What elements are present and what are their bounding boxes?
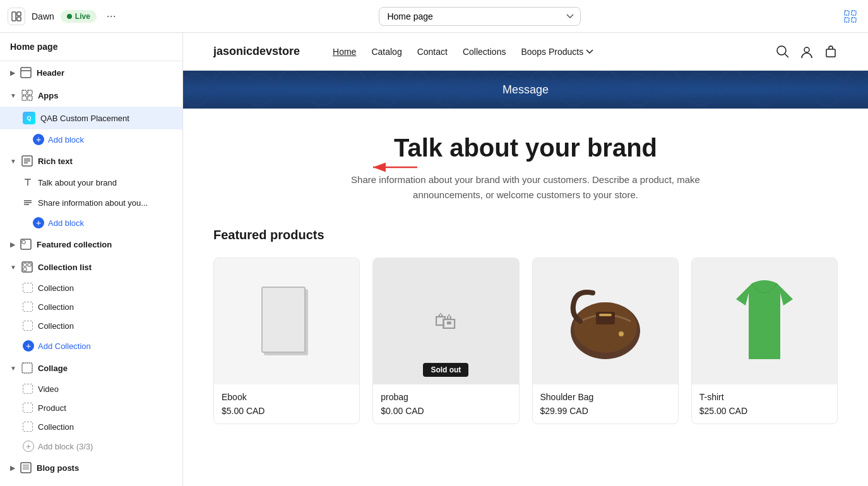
plus-icon: + xyxy=(33,217,44,228)
collection-1-label: Collection xyxy=(38,283,74,293)
live-badge: Live xyxy=(61,10,97,23)
svg-rect-3 xyxy=(845,11,849,15)
svg-rect-38 xyxy=(826,49,835,57)
product-info-shoulder-bag: Shoulder Bag $29.99 CAD xyxy=(533,384,678,424)
sidebar-item-collection-list[interactable]: ▼ Collection list xyxy=(0,256,182,278)
sidebar-item-rich-text[interactable]: ▼ Rich text xyxy=(0,150,182,172)
chevron-icon: ▼ xyxy=(10,92,16,99)
search-icon[interactable] xyxy=(776,45,790,59)
live-dot xyxy=(67,14,72,19)
nav-link-home[interactable]: Home xyxy=(333,47,356,57)
add-block-rt-label: Add block xyxy=(48,218,84,228)
store-navbar: jasonicdevstore Home Catalog Contact Col… xyxy=(183,33,868,71)
store-banner: Message xyxy=(183,71,868,109)
add-block-rt-button[interactable]: + Add block xyxy=(0,213,182,233)
sidebar-item-share-info[interactable]: Share information about you... xyxy=(0,193,182,213)
tshirt-illustration xyxy=(717,271,812,372)
chevron-icon: ▼ xyxy=(10,264,16,271)
more-options-button[interactable]: ··· xyxy=(103,7,120,25)
chevron-icon: ▶ xyxy=(10,465,15,471)
share-info-label: Share information about you... xyxy=(38,198,148,208)
product-name-probag: probag xyxy=(381,392,511,402)
sidebar-item-talk-brand[interactable]: Talk about your brand xyxy=(0,172,182,193)
dashed-square-icon xyxy=(23,321,33,331)
product-label: Product xyxy=(38,403,66,413)
sidebar-item-collage[interactable]: ▼ Collage xyxy=(0,357,182,379)
content-area: jasonicdevstore Home Catalog Contact Col… xyxy=(183,33,868,486)
svg-rect-23 xyxy=(22,240,25,244)
svg-rect-11 xyxy=(22,96,27,100)
account-icon[interactable] xyxy=(800,45,814,59)
cart-icon[interactable] xyxy=(824,45,838,59)
product-name-tshirt: T-shirt xyxy=(699,392,829,402)
plus-icon: + xyxy=(33,134,44,145)
sidebar-item-apps[interactable]: ▼ Apps xyxy=(0,84,182,107)
collection-3-label: Collection xyxy=(38,321,74,331)
chevron-icon: ▼ xyxy=(10,365,16,372)
sidebar-item-collection-collage[interactable]: Collection xyxy=(0,417,182,436)
back-button[interactable] xyxy=(8,8,25,25)
svg-rect-9 xyxy=(22,90,27,95)
sidebar-item-collection-3[interactable]: Collection xyxy=(0,316,182,335)
nav-link-catalog[interactable]: Catalog xyxy=(371,47,401,57)
svg-rect-5 xyxy=(845,18,849,22)
product-card-tshirt: T-shirt $25.00 CAD xyxy=(691,258,838,424)
dashed-square-icon xyxy=(23,283,33,293)
svg-rect-28 xyxy=(22,363,32,373)
svg-rect-1 xyxy=(17,12,21,16)
nav-link-contact[interactable]: Contact xyxy=(417,47,448,57)
add-collection-button[interactable]: + Add Collection xyxy=(0,335,182,357)
add-block-collage-button[interactable]: + Add block (3/3) xyxy=(0,436,182,456)
product-name-ebook: Ebook xyxy=(222,392,352,402)
collage-label: Collage xyxy=(38,364,68,373)
chevron-icon: ▶ xyxy=(10,241,15,248)
grid-icon-button[interactable] xyxy=(840,6,860,27)
svg-line-36 xyxy=(785,54,789,57)
ebook-illustration xyxy=(261,287,312,356)
nav-link-boops[interactable]: Boops Products xyxy=(521,47,593,57)
sidebar-label-rich-text: Rich text xyxy=(38,157,73,166)
sidebar-item-product[interactable]: Product xyxy=(0,398,182,417)
sidebar-item-collection-2[interactable]: Collection xyxy=(0,297,182,316)
page-selector[interactable]: Home page xyxy=(379,7,581,26)
svg-rect-42 xyxy=(599,314,612,316)
talk-brand-label: Talk about your brand xyxy=(38,178,117,187)
sidebar-item-header[interactable]: ▶ Header xyxy=(0,61,182,84)
collection-icon xyxy=(21,261,33,273)
dashed-square-icon xyxy=(23,422,33,432)
sidebar-item-collection-1[interactable]: Collection xyxy=(0,278,182,297)
sidebar-item-blog-posts[interactable]: ▶ Blog posts xyxy=(0,456,182,479)
chevron-icon: ▼ xyxy=(10,158,16,165)
featured-products-title: Featured products xyxy=(213,228,838,242)
products-grid: Ebook $5.00 CAD 🛍 Sold out probag $0.00 … xyxy=(213,258,838,424)
bag-placeholder-icon: 🛍 xyxy=(434,308,457,335)
featured-collection-label: Featured collection xyxy=(37,240,112,249)
sidebar: Home page ▶ Header ▼ Apps Q QAB Custom xyxy=(0,33,183,486)
product-name-shoulder-bag: Shoulder Bag xyxy=(540,392,670,402)
main-area: Home page ▶ Header ▼ Apps Q QAB Custom xyxy=(0,33,868,486)
sidebar-item-featured-collection[interactable]: ▶ Featured collection xyxy=(0,233,182,256)
qab-label: QAB Custom Placement xyxy=(40,114,129,123)
blog-icon xyxy=(20,462,32,473)
svg-rect-10 xyxy=(28,90,32,95)
sidebar-item-qab[interactable]: Q QAB Custom Placement xyxy=(0,107,182,129)
svg-rect-0 xyxy=(12,12,16,21)
nav-link-collections[interactable]: Collections xyxy=(463,47,506,57)
add-block-apps-button[interactable]: + Add block xyxy=(0,129,182,150)
plus-icon: + xyxy=(23,340,34,352)
sidebar-header: Home page xyxy=(0,33,182,61)
product-info-tshirt: T-shirt $25.00 CAD xyxy=(692,384,837,424)
product-card-shoulder-bag: Shoulder Bag $29.99 CAD xyxy=(532,258,679,424)
shoulder-bag-illustration xyxy=(561,277,650,365)
sidebar-item-video[interactable]: Video xyxy=(0,379,182,398)
svg-rect-6 xyxy=(852,18,856,22)
topbar-left: Dawn Live ··· xyxy=(8,7,120,25)
collage-icon xyxy=(21,362,33,374)
product-price-probag: $0.00 CAD xyxy=(381,406,511,416)
add-block-collage-label: Add block (3/3) xyxy=(38,442,93,451)
svg-rect-29 xyxy=(21,463,31,473)
dashed-square-icon xyxy=(23,384,33,394)
store-logo: jasonicdevstore xyxy=(213,45,300,58)
svg-rect-7 xyxy=(21,68,31,78)
svg-point-40 xyxy=(574,302,637,353)
